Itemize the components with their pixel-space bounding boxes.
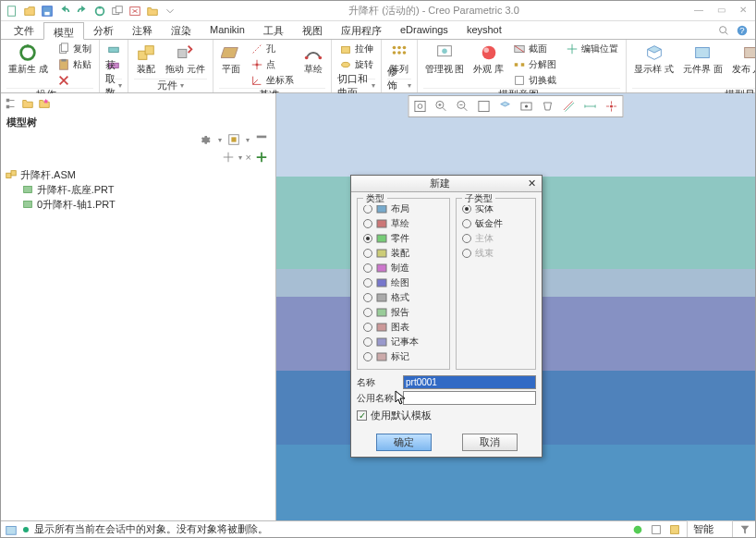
tab-tools[interactable]: 工具 (254, 21, 293, 39)
minimize-button[interactable]: — (690, 5, 707, 18)
tab-edrawings[interactable]: eDrawings (391, 21, 457, 39)
tab-file[interactable]: 文件 (5, 21, 43, 39)
type-radio[interactable]: 报告 (363, 306, 444, 319)
folder-icon[interactable] (145, 4, 160, 18)
sb-filter-icon[interactable] (738, 523, 751, 536)
display-style-icon[interactable] (495, 97, 516, 116)
sb-icon2[interactable] (650, 523, 663, 536)
regenerate-button[interactable]: 重新生 成 (6, 42, 50, 75)
tab-annotate[interactable]: 注释 (123, 21, 162, 39)
svg-rect-40 (745, 48, 756, 58)
tree-item[interactable]: 升降杆-底座.PRT (5, 182, 272, 197)
ok-button[interactable]: 确定 (376, 434, 432, 451)
type-radio[interactable]: 绘图 (363, 276, 444, 289)
manage-view-button[interactable]: 管理视 图 (423, 42, 467, 75)
redo-icon[interactable] (75, 4, 90, 18)
zoom-out-icon[interactable] (453, 97, 473, 116)
type-radio[interactable]: 草绘 (363, 217, 444, 230)
maximize-button[interactable]: ▭ (713, 5, 729, 18)
tab-apps[interactable]: 应用程序 (332, 21, 391, 39)
undo-icon[interactable] (57, 4, 72, 18)
ribbon-group-operate: 重新生 成 复制 粘贴 操作▾ (1, 40, 100, 92)
revolve-button[interactable]: 旋转 (337, 57, 375, 72)
plane-button[interactable]: 平面 (219, 42, 243, 75)
name-input[interactable] (403, 375, 536, 389)
refit-icon[interactable] (410, 97, 431, 116)
tab-model[interactable]: 模型 (43, 22, 84, 40)
type-radio[interactable]: 图表 (363, 321, 444, 334)
component-interface-button[interactable]: 元件界 面 (681, 42, 725, 75)
appearance-button[interactable]: 外观 库 (471, 42, 506, 75)
tab-manikin[interactable]: Manikin (201, 21, 254, 39)
dialog-titlebar[interactable]: 新建 ✕ (351, 176, 542, 192)
folder-tab-icon[interactable] (21, 97, 34, 110)
drag-component-button[interactable]: 拖动 元件 (164, 42, 207, 75)
favorites-tab-icon[interactable] (38, 97, 51, 110)
sketch-button[interactable]: 草绘 (301, 42, 325, 75)
qat-dropdown-icon[interactable] (163, 4, 177, 18)
sb-icon3[interactable] (668, 523, 681, 536)
extrude-button[interactable]: 拉伸 (337, 42, 375, 56)
close-button[interactable]: ✕ (735, 5, 751, 18)
tab-view[interactable]: 视图 (293, 21, 332, 39)
zoom-in-icon[interactable] (432, 97, 452, 116)
help-icon[interactable]: ? (735, 23, 750, 38)
copy-button[interactable]: 复制 (55, 42, 93, 56)
annotation-display-icon[interactable] (580, 97, 601, 116)
regen-icon[interactable] (92, 4, 107, 18)
type-radio[interactable]: 装配 (363, 247, 444, 260)
subtype-radio[interactable]: 钣金件 (462, 217, 530, 230)
windows-icon[interactable] (110, 4, 125, 18)
display-style-button[interactable]: 显示样 式 (632, 42, 676, 75)
type-radio[interactable]: 格式 (363, 291, 444, 304)
axis-button[interactable]: 孔 (249, 42, 296, 56)
expand-icon[interactable] (222, 151, 235, 164)
spin-center-icon[interactable] (602, 97, 622, 116)
close-win-icon[interactable] (128, 4, 142, 18)
tree-item[interactable]: 0升降杆-轴1.PRT (5, 197, 272, 212)
tree-root[interactable]: 升降杆.ASM (5, 167, 272, 182)
cancel-button[interactable]: 取消 (462, 434, 518, 451)
use-default-template-checkbox[interactable]: ✓ 使用默认模板 (357, 409, 536, 422)
svg-text:?: ? (739, 24, 744, 34)
settings-icon[interactable] (200, 133, 213, 146)
save-icon[interactable] (40, 4, 55, 18)
tab-render[interactable]: 渲染 (162, 21, 201, 39)
publish-geom-button[interactable]: 发布 几何 (730, 42, 756, 75)
dialog-close-button[interactable]: ✕ (525, 177, 538, 190)
svg-rect-67 (377, 250, 386, 257)
selection-filter-label[interactable]: 智能 (687, 520, 733, 538)
csys-button[interactable]: 坐标系 (249, 73, 296, 88)
new-icon[interactable] (5, 4, 19, 18)
point-button[interactable]: 点 (249, 57, 296, 72)
search-icon[interactable] (716, 23, 731, 38)
common-name-input[interactable] (403, 391, 536, 405)
tab-analysis[interactable]: 分析 (84, 21, 123, 39)
sb-icon1[interactable] (631, 523, 644, 536)
repaint-icon[interactable] (474, 97, 494, 116)
datum-display-icon[interactable] (559, 97, 579, 116)
svg-rect-64 (377, 205, 386, 213)
show-icon[interactable] (227, 133, 240, 146)
delete-button[interactable] (55, 73, 93, 88)
type-radio[interactable]: 标记 (363, 350, 444, 363)
filter-icon[interactable] (255, 133, 268, 146)
saved-view-icon[interactable] (517, 97, 537, 116)
tab-keyshot[interactable]: keyshot (457, 21, 511, 39)
status-icon[interactable] (5, 523, 18, 536)
type-radio[interactable]: 零件 (363, 232, 444, 245)
assemble-button[interactable]: 装配 (134, 42, 158, 75)
type-radio[interactable]: 制造 (363, 262, 444, 275)
edit-position-button[interactable]: 编辑位置 (564, 42, 620, 56)
getdata-btn1[interactable] (105, 42, 122, 56)
switch-section-button[interactable]: 切换截 (511, 73, 558, 88)
section-button[interactable]: 截面 (511, 42, 558, 56)
tree-tab-icon[interactable] (5, 97, 18, 110)
perspective-icon[interactable] (538, 97, 558, 116)
add-icon[interactable] (255, 151, 268, 164)
open-icon[interactable] (22, 4, 37, 18)
explode-button[interactable]: 分解图 (511, 57, 558, 72)
model-tree[interactable]: 升降杆.ASM 升降杆-底座.PRT 0升降杆-轴1.PRT (1, 165, 275, 520)
type-radio[interactable]: 记事本 (363, 336, 444, 348)
paste-button[interactable]: 粘贴 (55, 57, 93, 72)
